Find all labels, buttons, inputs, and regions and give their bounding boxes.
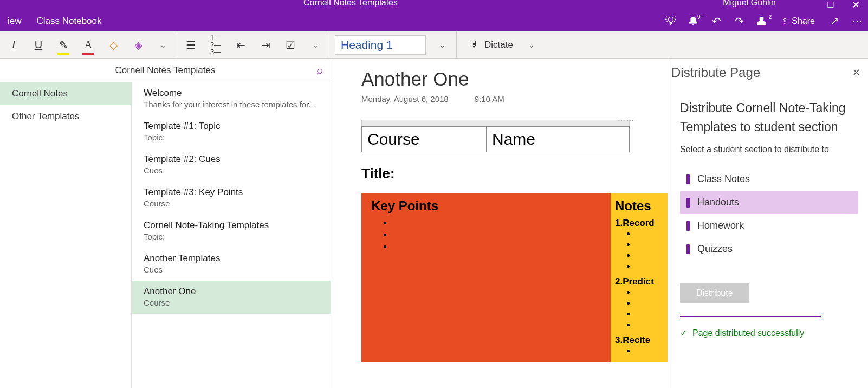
- underline-icon[interactable]: U: [30, 37, 47, 53]
- navigation-panel: Cornell Notes Templates ⌕ Cornell Notes …: [0, 59, 331, 388]
- format-painter-icon[interactable]: ◈: [130, 37, 146, 53]
- section-list: Cornell Notes Other Templates: [0, 82, 132, 388]
- student-section-quizzes[interactable]: Quizzes: [680, 237, 858, 261]
- account-icon[interactable]: 👤︎2: [754, 15, 769, 28]
- minimize-icon[interactable]: □: [818, 0, 843, 11]
- page-canvas[interactable]: Another One Monday, August 6, 2018 9:10 …: [331, 59, 668, 388]
- chevron-down-icon[interactable]: ⌄: [307, 37, 323, 53]
- key-points-table[interactable]: Key Points Notes 1.Record 2.Predict 3.Re…: [361, 193, 668, 362]
- outdent-icon[interactable]: ⇤: [232, 37, 249, 53]
- menu-bar: iew Class Notebook 💡︎ 🔔︎9+ ↶ ↷ 👤︎2 ⇪Shar…: [0, 11, 868, 31]
- share-button[interactable]: ⇪Share: [777, 16, 819, 27]
- page-date: Monday, August 6, 2018: [361, 94, 449, 104]
- container-grip[interactable]: [361, 120, 630, 126]
- page-title[interactable]: Another One: [361, 68, 668, 90]
- section-tab-icon: [686, 244, 690, 254]
- pane-title: Distribute Page: [671, 65, 760, 80]
- section-other-templates[interactable]: Other Templates: [0, 105, 131, 128]
- student-section-handouts[interactable]: Handouts: [680, 191, 858, 214]
- notes-step: 3.Recite: [615, 335, 663, 346]
- pane-heading: Distribute Cornell Note-Taking Templates…: [680, 99, 858, 136]
- drag-handle-icon[interactable]: ⋯⋯: [618, 117, 635, 125]
- title-bar: Cornell Notes Templates Miguel Guhlin □ …: [0, 0, 868, 11]
- key-points-header: Key Points: [371, 198, 601, 214]
- ribbon: I U ✎ A ◇ ◈ ⌄ ☰ 1—2—3— ⇤ ⇥ ☑ ⌄ Heading 1…: [0, 31, 868, 59]
- todo-icon[interactable]: ☑: [282, 37, 299, 53]
- style-picker[interactable]: Heading 1: [335, 35, 426, 55]
- checkmark-icon: ✓: [680, 328, 687, 338]
- close-icon[interactable]: ✕: [843, 0, 868, 11]
- bell-icon[interactable]: 🔔︎9+: [686, 15, 701, 28]
- share-icon: ⇪: [781, 16, 788, 27]
- student-section-homework[interactable]: Homework: [680, 214, 858, 237]
- fullscreen-icon[interactable]: ⤢: [827, 15, 842, 28]
- microphone-icon: 🎙︎: [470, 40, 479, 50]
- close-icon[interactable]: ✕: [848, 67, 865, 79]
- pane-subtext: Select a student section to distribute t…: [680, 145, 858, 154]
- page-list: WelcomeThanks for your interest in these…: [132, 82, 331, 388]
- search-icon[interactable]: ⌕: [316, 64, 323, 76]
- font-color-icon[interactable]: A: [80, 37, 96, 53]
- undo-icon[interactable]: ↶: [709, 15, 724, 28]
- distribute-button[interactable]: Distribute: [680, 283, 749, 303]
- notebook-title[interactable]: Cornell Notes Templates: [0, 65, 331, 76]
- course-name-table[interactable]: Course Name: [361, 126, 630, 152]
- italic-icon[interactable]: I: [5, 37, 22, 53]
- section-tab-icon: [686, 198, 690, 208]
- numbering-icon[interactable]: 1—2—3—: [208, 37, 224, 53]
- more-icon[interactable]: ⋯: [850, 15, 865, 28]
- course-cell[interactable]: Course: [362, 127, 487, 152]
- distribute-pane: Distribute Page ✕ Distribute Cornell Not…: [668, 59, 868, 388]
- indent-icon[interactable]: ⇥: [257, 37, 274, 53]
- document-title: Cornell Notes Templates: [303, 0, 398, 8]
- notification-badge: 9+: [697, 14, 703, 20]
- notes-column[interactable]: Notes 1.Record 2.Predict 3.Recite: [611, 193, 668, 362]
- page-item[interactable]: Template #3: Key PointsCourse: [132, 182, 331, 215]
- section-cornell-notes[interactable]: Cornell Notes: [0, 82, 131, 105]
- dictate-button[interactable]: 🎙︎ Dictate ⌄: [462, 40, 542, 50]
- bullets-icon[interactable]: ☰: [183, 37, 199, 53]
- notes-header: Notes: [615, 198, 663, 214]
- chevron-down-icon[interactable]: ⌄: [528, 41, 535, 49]
- tab-view[interactable]: iew: [0, 11, 29, 31]
- success-message: ✓ Page distributed successfully: [680, 328, 858, 338]
- progress-bar: [680, 316, 821, 317]
- section-tab-icon: [686, 221, 690, 231]
- note-container[interactable]: ⋯⋯ Course Name Title: Key Points Notes 1…: [361, 120, 668, 362]
- user-name: Miguel Guhlin: [723, 0, 776, 8]
- page-item[interactable]: Another TemplatesCues: [132, 248, 331, 281]
- student-section-class-notes[interactable]: Class Notes: [680, 167, 858, 191]
- lightbulb-icon[interactable]: 💡︎: [663, 15, 678, 28]
- chevron-down-icon[interactable]: ⌄: [155, 37, 171, 53]
- notes-step: 1.Record: [615, 218, 663, 229]
- redo-icon[interactable]: ↷: [731, 15, 747, 28]
- page-item[interactable]: Template #2: CuesCues: [132, 148, 331, 182]
- page-item[interactable]: Template #1: TopicTopic:: [132, 115, 331, 148]
- key-points-column[interactable]: Key Points: [361, 193, 611, 362]
- nav-header: Cornell Notes Templates ⌕: [0, 59, 331, 82]
- page-time: 9:10 AM: [475, 94, 504, 104]
- chevron-down-icon[interactable]: ⌄: [435, 37, 451, 53]
- page-item[interactable]: WelcomeThanks for your interest in these…: [132, 82, 331, 115]
- student-section-list: Class Notes Handouts Homework Quizzes: [680, 167, 858, 261]
- clear-formatting-icon[interactable]: ◇: [105, 37, 121, 53]
- tab-class-notebook[interactable]: Class Notebook: [29, 11, 109, 31]
- section-tab-icon: [686, 174, 690, 184]
- highlight-icon[interactable]: ✎: [55, 37, 72, 53]
- notes-step: 2.Predict: [615, 276, 663, 287]
- name-cell[interactable]: Name: [487, 127, 630, 152]
- title-label[interactable]: Title:: [361, 165, 668, 182]
- page-item[interactable]: Another OneCourse: [132, 281, 331, 314]
- page-item[interactable]: Cornell Note-Taking TemplatesTopic:: [132, 215, 331, 248]
